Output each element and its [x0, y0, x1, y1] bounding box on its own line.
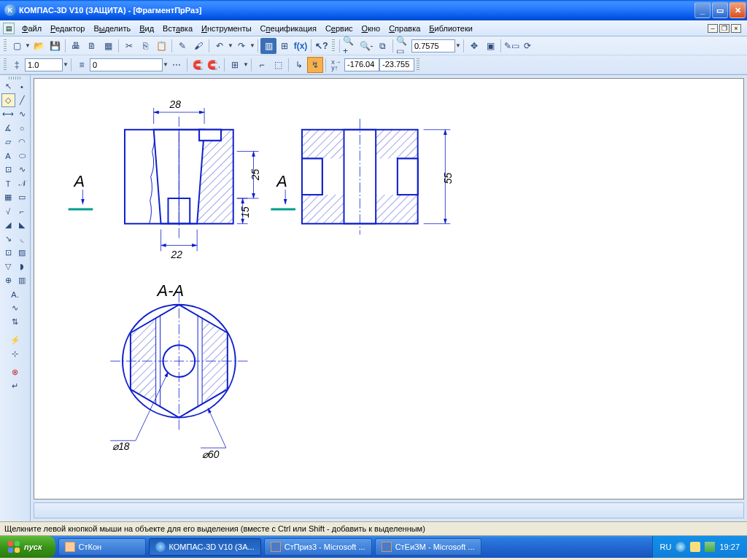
pan-button[interactable]: ✥: [466, 38, 482, 54]
save-button[interactable]: 💾: [47, 38, 63, 54]
cut-button[interactable]: ✂: [121, 38, 137, 54]
tool-circle[interactable]: ○: [15, 121, 29, 135]
menu-service[interactable]: Сервис: [321, 23, 357, 34]
tool-text[interactable]: T: [1, 176, 15, 190]
round-button[interactable]: ⬚: [270, 57, 286, 73]
tool-edit[interactable]: ▱: [1, 135, 15, 149]
tool-rect[interactable]: ▭: [15, 190, 29, 204]
print-button[interactable]: 🖶: [68, 38, 84, 54]
window-maximize-button[interactable]: ▭: [712, 2, 728, 18]
window-close-button[interactable]: ✕: [729, 2, 746, 18]
doc-icon[interactable]: ▤: [3, 23, 15, 34]
tray-net-icon[interactable]: [705, 542, 715, 552]
layer-mgr-button[interactable]: ⋯: [169, 57, 185, 73]
zoom-out-button[interactable]: 🔍-: [358, 38, 374, 54]
tool-break[interactable]: ⚡: [8, 333, 22, 347]
tool-table[interactable]: ▦: [1, 190, 15, 204]
menu-editor[interactable]: Редактор: [46, 23, 89, 34]
tool-measure[interactable]: ⊡: [1, 163, 15, 176]
zoom-in-button[interactable]: 🔍+: [342, 38, 358, 54]
task-folder[interactable]: СтКон: [58, 538, 146, 556]
brush-button[interactable]: 🖌: [190, 38, 206, 54]
tool-offset[interactable]: ◗: [15, 260, 29, 273]
window-minimize-button[interactable]: _: [694, 2, 711, 18]
grip[interactable]: [4, 39, 7, 52]
ortho-button[interactable]: ⌐: [254, 57, 270, 73]
undo-button[interactable]: ↶: [212, 38, 228, 54]
tool-select[interactable]: ↖: [1, 79, 15, 93]
snap-global-button[interactable]: 🧲.: [206, 57, 222, 73]
tray-icon[interactable]: [676, 542, 686, 552]
refresh-button[interactable]: ⟳: [519, 38, 535, 54]
task-kompas[interactable]: КОМПАС-3D V10 (ЗА...: [149, 538, 261, 556]
manager-button[interactable]: ▥: [260, 38, 276, 54]
tool-chamfer[interactable]: ◣: [15, 218, 29, 232]
paste-button[interactable]: 📋: [153, 38, 169, 54]
task-word2[interactable]: СтЕиЗМ - Microsoft ...: [375, 538, 481, 556]
zoom-all-button[interactable]: ▣: [482, 38, 498, 54]
tool-axis[interactable]: A.: [8, 287, 22, 301]
new-button[interactable]: ▢: [9, 38, 25, 54]
tool-polyline[interactable]: ⌐: [15, 204, 29, 218]
spec-button[interactable]: ▦: [100, 38, 116, 54]
tool-tolerance[interactable]: ⊡: [1, 246, 15, 260]
tool-view[interactable]: ⇅: [8, 315, 22, 329]
local-cs-button[interactable]: ↳: [291, 57, 307, 73]
tool-mark[interactable]: ▽: [1, 260, 15, 273]
mdi-restore-button[interactable]: ❐: [719, 24, 729, 33]
menu-help[interactable]: Справка: [384, 23, 425, 34]
grip[interactable]: [332, 39, 335, 52]
tool-geometry[interactable]: ◇: [1, 93, 15, 107]
command-input-strip[interactable]: [34, 502, 744, 518]
copy-button[interactable]: ⎘: [137, 38, 153, 54]
tool-center[interactable]: ⊕: [1, 273, 15, 287]
tool-fillet[interactable]: ◟: [15, 232, 29, 246]
menu-tools[interactable]: Инструменты: [197, 23, 256, 34]
mdi-close-button[interactable]: ×: [731, 24, 741, 33]
menu-select[interactable]: Выделить: [89, 23, 135, 34]
zoom-fit-button[interactable]: 🔍▭: [395, 38, 411, 54]
tool-point[interactable]: •: [15, 79, 29, 93]
grip[interactable]: [417, 58, 419, 71]
new-dropdown[interactable]: ▼: [25, 42, 31, 49]
menu-window[interactable]: Окно: [357, 23, 385, 34]
tool-spline[interactable]: ∿: [15, 163, 29, 176]
mdi-minimize-button[interactable]: –: [708, 24, 718, 33]
redraw-button[interactable]: ✎▭: [503, 38, 519, 54]
cs-mgr-button[interactable]: ↯: [307, 57, 323, 73]
tool-dimensions[interactable]: ⟷: [1, 107, 15, 121]
menu-spec[interactable]: Спецификация: [256, 23, 321, 34]
library-button[interactable]: ⊞: [276, 38, 293, 54]
tool-line[interactable]: ╱: [15, 93, 29, 107]
menu-file[interactable]: Файл: [18, 23, 46, 34]
step-input[interactable]: [25, 58, 63, 71]
tool-aux[interactable]: ∿: [15, 107, 29, 121]
menu-libs[interactable]: Библиотеки: [425, 23, 477, 34]
system-tray[interactable]: RU 19:27: [652, 536, 747, 558]
menu-view[interactable]: Вид: [135, 23, 158, 34]
zoom-window-button[interactable]: ⧉: [374, 38, 390, 54]
tool-apply[interactable]: ↵: [8, 379, 22, 393]
tool-arc[interactable]: ◠: [15, 135, 29, 149]
open-button[interactable]: 📂: [31, 38, 47, 54]
tool-param[interactable]: A: [1, 149, 15, 163]
grip[interactable]: [4, 58, 7, 71]
tool-ellipse[interactable]: ⬭: [15, 149, 29, 163]
tool-contour[interactable]: ▥: [15, 273, 29, 287]
tool-stop[interactable]: ⊗: [8, 365, 22, 379]
menu-insert[interactable]: Вставка: [158, 23, 197, 34]
properties-button[interactable]: ✎: [174, 38, 190, 54]
tool-roughness[interactable]: √: [1, 204, 15, 218]
start-button[interactable]: пуск: [0, 536, 55, 558]
tool-bezier[interactable]: 𝒩: [15, 176, 29, 190]
task-word1[interactable]: СтПриз3 - Microsoft ...: [264, 538, 372, 556]
tray-shield-icon[interactable]: [690, 542, 700, 552]
variables-button[interactable]: f(x): [293, 38, 309, 54]
preview-button[interactable]: 🗎: [84, 38, 100, 54]
layer-input[interactable]: [90, 58, 163, 71]
tool-hatch[interactable]: ▨: [15, 246, 29, 260]
tool-base[interactable]: ◢: [1, 218, 15, 232]
tool-wave[interactable]: ∿: [8, 301, 22, 315]
language-indicator[interactable]: RU: [660, 542, 672, 551]
tool-autoaxis[interactable]: ⊹: [8, 347, 22, 361]
